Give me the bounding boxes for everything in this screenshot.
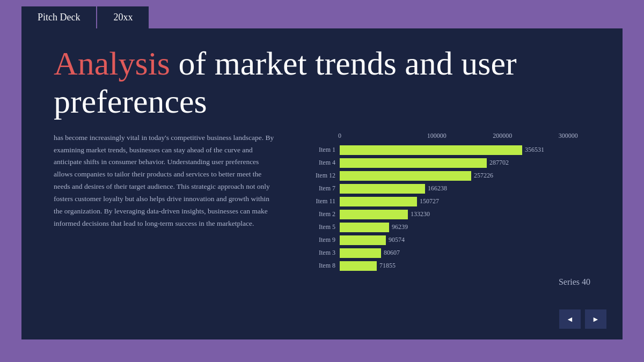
chart-axis-row: 0 100000 200000 300000: [338, 132, 601, 140]
bar-wrapper: 166238: [340, 184, 601, 194]
bar-row: Item 1356531: [301, 144, 601, 156]
nav-buttons: ◄ ►: [559, 309, 606, 329]
left-text: has become increasingly vital in today's…: [54, 132, 279, 287]
bar: [340, 210, 408, 219]
bar-label: Item 2: [301, 210, 335, 218]
bar-label: Item 12: [301, 172, 335, 180]
bar-wrapper: 356531: [340, 145, 601, 155]
bar: [340, 184, 425, 194]
bar: [340, 145, 522, 155]
bar-label: Item 4: [301, 159, 335, 167]
bar-wrapper: 80607: [340, 248, 601, 258]
bar: [340, 248, 381, 258]
bar-row: Item 596239: [301, 221, 601, 233]
bar-wrapper: 90574: [340, 235, 601, 245]
bar-chart: Item 1356531Item 4287702Item 12257226Ite…: [301, 144, 601, 272]
axis-0: 0: [338, 132, 404, 140]
tab-pitch-deck[interactable]: Pitch Deck: [21, 6, 97, 28]
bar-value: 356531: [525, 146, 544, 154]
bar-row: Item 871855: [301, 260, 601, 272]
bar-value: 71855: [379, 262, 396, 270]
bar-wrapper: 257226: [340, 171, 601, 181]
prev-button[interactable]: ◄: [559, 309, 581, 329]
bar-label: Item 3: [301, 249, 335, 257]
bar: [340, 158, 487, 168]
bar-row: Item 11150727: [301, 196, 601, 208]
bar: [340, 171, 471, 181]
axis-100k: 100000: [404, 132, 470, 140]
title-highlight: Analysis: [54, 45, 170, 82]
bar-value: 90574: [389, 236, 405, 244]
content-area: has become increasingly vital in today's…: [54, 132, 601, 287]
bar-wrapper: 96239: [340, 223, 601, 232]
bar-value: 287702: [489, 159, 509, 167]
series-label: Series 40: [301, 277, 601, 287]
bar-label: Item 8: [301, 262, 335, 270]
bar: [340, 235, 386, 245]
next-button[interactable]: ►: [585, 309, 606, 329]
bar-value: 80607: [384, 249, 400, 257]
bar: [340, 223, 389, 232]
axis-300k: 300000: [536, 132, 602, 140]
bar-value: 96239: [392, 223, 408, 231]
bar-label: Item 11: [301, 197, 335, 205]
bar-value: 257226: [474, 172, 493, 180]
bar: [340, 261, 377, 271]
bar-row: Item 380607: [301, 247, 601, 259]
bar-wrapper: 71855: [340, 261, 601, 271]
bar-wrapper: 287702: [340, 158, 601, 168]
bar-row: Item 4287702: [301, 157, 601, 169]
bar-label: Item 9: [301, 236, 335, 244]
tab-year[interactable]: 20xx: [97, 6, 149, 28]
bar-value: 133230: [411, 210, 430, 218]
slide-container: Analysis of market trends and user prefe…: [21, 28, 623, 339]
bar-row: Item 990574: [301, 234, 601, 246]
chart-area: 0 100000 200000 300000 Item 1356531Item …: [301, 132, 601, 287]
bar-row: Item 12257226: [301, 170, 601, 182]
bar-value: 166238: [428, 184, 447, 193]
bar-value: 150727: [420, 197, 439, 205]
bar-label: Item 5: [301, 223, 335, 231]
tabs-bar: Pitch Deck 20xx: [0, 0, 644, 28]
bar-wrapper: 150727: [340, 197, 601, 206]
bar-row: Item 2133230: [301, 209, 601, 220]
bar: [340, 197, 417, 206]
bar-label: Item 1: [301, 146, 335, 154]
slide-title: Analysis of market trends and user prefe…: [54, 45, 601, 121]
bar-label: Item 7: [301, 184, 335, 193]
bar-wrapper: 133230: [340, 210, 601, 219]
axis-200k: 200000: [470, 132, 536, 140]
bar-row: Item 7166238: [301, 183, 601, 195]
